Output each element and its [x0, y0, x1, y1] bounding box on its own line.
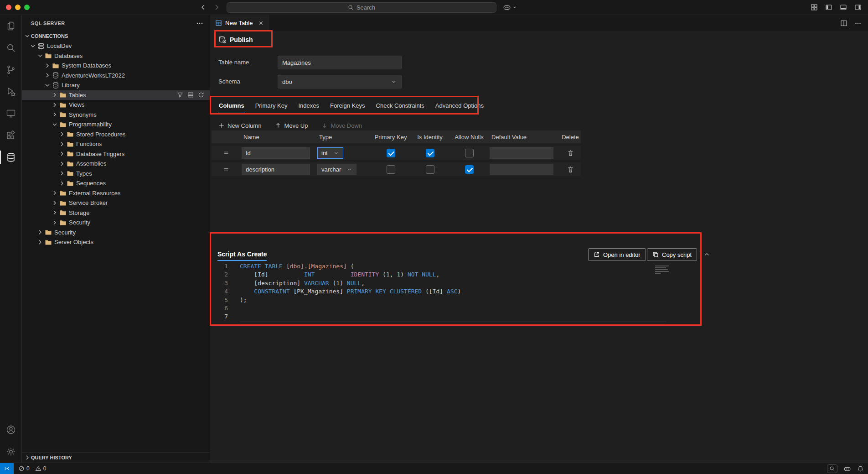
tree-item-security[interactable]: Security — [22, 228, 210, 238]
chevron-right-icon[interactable] — [58, 141, 66, 148]
tree-item-service-broker[interactable]: Service Broker — [22, 198, 210, 208]
allow-nulls-checkbox[interactable] — [465, 149, 474, 157]
notifications-bell-icon[interactable] — [857, 465, 864, 472]
default-value-input[interactable] — [490, 147, 553, 159]
chevron-down-icon[interactable] — [29, 42, 36, 50]
chevron-right-icon[interactable] — [44, 72, 51, 79]
refresh-icon[interactable] — [198, 92, 204, 98]
allow-nulls-checkbox[interactable] — [465, 165, 474, 174]
designer-icon[interactable] — [187, 92, 194, 98]
tree-item-views[interactable]: Views — [22, 100, 210, 110]
tree-item-types[interactable]: Types — [22, 169, 210, 179]
tree-item-system-databases[interactable]: System Databases — [22, 61, 210, 71]
chevron-right-icon[interactable] — [51, 209, 58, 216]
tree-item-sequences[interactable]: Sequences — [22, 178, 210, 188]
split-editor-icon[interactable] — [840, 20, 847, 27]
back-icon[interactable] — [200, 4, 207, 11]
tree-item-database-triggers[interactable]: Database Triggers — [22, 149, 210, 159]
chevron-right-icon[interactable] — [51, 91, 58, 99]
chevron-right-icon[interactable] — [51, 199, 58, 207]
chevron-right-icon[interactable] — [36, 229, 44, 236]
tree-item-storage[interactable]: Storage — [22, 208, 210, 218]
primary-key-checkbox[interactable] — [387, 165, 395, 174]
chevron-down-icon[interactable] — [51, 121, 58, 128]
publish-button[interactable]: Publish — [218, 36, 253, 44]
schema-select[interactable]: dbo — [278, 75, 402, 89]
designer-tab-primary-key[interactable]: Primary Key — [255, 98, 288, 114]
tree-item-adventureworkslt2022[interactable]: AdventureWorksLT2022 — [22, 71, 210, 81]
tree-item-security[interactable]: Security — [22, 218, 210, 228]
close-window-button[interactable] — [6, 5, 11, 10]
delete-column-icon[interactable] — [567, 166, 574, 173]
chevron-right-icon[interactable] — [58, 130, 66, 138]
query-history-section-header[interactable]: QUERY HISTORY — [22, 452, 210, 463]
move-down-button[interactable]: Move Down — [321, 122, 362, 129]
column-name-input[interactable]: description — [242, 164, 310, 175]
tab-new-table[interactable]: New Table — [211, 15, 269, 31]
chevron-right-icon[interactable] — [51, 101, 58, 109]
toggle-primary-sidebar-icon[interactable] — [825, 4, 832, 11]
chevron-right-icon[interactable] — [44, 62, 51, 69]
tree-item-functions[interactable]: Functions — [22, 139, 210, 149]
run-and-debug-icon[interactable] — [0, 81, 22, 103]
sql-server-icon[interactable] — [0, 146, 22, 168]
remote-indicator[interactable] — [0, 463, 14, 474]
filter-icon[interactable] — [177, 92, 183, 98]
tree-item-tables[interactable]: Tables — [22, 90, 210, 100]
more-actions-icon[interactable] — [854, 20, 862, 27]
minimize-window-button[interactable] — [15, 5, 21, 10]
tree-item-localdev[interactable]: LocalDev — [22, 41, 210, 51]
close-tab-icon[interactable] — [258, 20, 264, 26]
tree-item-external-resources[interactable]: External Resources — [22, 188, 210, 198]
chevron-right-icon[interactable] — [51, 111, 58, 118]
is-identity-checkbox[interactable] — [426, 165, 434, 174]
drag-handle-icon[interactable] — [223, 166, 229, 172]
more-actions-icon[interactable] — [196, 20, 203, 27]
customize-layout-icon[interactable] — [811, 4, 818, 11]
column-type-select[interactable]: int — [317, 147, 343, 159]
tree-item-server-objects[interactable]: Server Objects — [22, 237, 210, 247]
tree-item-stored-procedures[interactable]: Stored Procedures — [22, 130, 210, 140]
source-control-icon[interactable] — [0, 59, 22, 81]
copy-script-button[interactable]: Copy script — [647, 248, 697, 261]
forward-icon[interactable] — [213, 4, 220, 11]
designer-tab-advanced-options[interactable]: Advanced Options — [435, 98, 484, 114]
default-value-input[interactable] — [490, 164, 553, 175]
copilot-menu-button[interactable] — [503, 3, 517, 11]
chevron-right-icon[interactable] — [58, 160, 66, 167]
chevron-right-icon[interactable] — [58, 170, 66, 177]
tree-item-synonyms[interactable]: Synonyms — [22, 110, 210, 120]
designer-tab-indexes[interactable]: Indexes — [298, 98, 320, 114]
chevron-right-icon[interactable] — [51, 189, 58, 197]
problems-status[interactable]: 0 0 — [18, 465, 46, 472]
chevron-right-icon[interactable] — [51, 219, 58, 226]
primary-key-checkbox[interactable] — [387, 149, 395, 157]
chevron-right-icon[interactable] — [36, 239, 44, 246]
tree-item-assemblies[interactable]: Assemblies — [22, 159, 210, 169]
remote-explorer-icon[interactable] — [0, 103, 22, 125]
accounts-icon[interactable] — [0, 419, 22, 441]
tree-item-databases[interactable]: Databases — [22, 51, 210, 61]
command-center-search[interactable]: Search — [227, 2, 496, 13]
open-in-editor-button[interactable]: Open in editor — [588, 248, 646, 261]
chevron-right-icon[interactable] — [58, 180, 66, 187]
designer-tab-check-constraints[interactable]: Check Constraints — [376, 98, 425, 114]
designer-tab-foreign-keys[interactable]: Foreign Keys — [330, 98, 366, 114]
settings-gear-icon[interactable] — [0, 441, 22, 463]
new-column-button[interactable]: New Column — [218, 122, 261, 129]
column-name-input[interactable]: Id — [242, 147, 310, 159]
zoom-status-icon[interactable] — [827, 464, 837, 473]
table-name-input[interactable]: Magazines — [278, 56, 402, 69]
tree-item-library[interactable]: Library — [22, 80, 210, 90]
toggle-secondary-sidebar-icon[interactable] — [854, 4, 862, 11]
is-identity-checkbox[interactable] — [426, 149, 434, 157]
explorer-icon[interactable] — [0, 15, 22, 37]
search-icon[interactable] — [0, 37, 22, 59]
column-type-select[interactable]: varchar — [317, 164, 356, 175]
extensions-icon[interactable] — [0, 125, 22, 146]
zoom-window-button[interactable] — [24, 5, 30, 10]
script-as-create-tab[interactable]: Script As Create — [217, 248, 267, 261]
move-up-button[interactable]: Move Up — [275, 122, 308, 129]
delete-column-icon[interactable] — [567, 150, 574, 156]
connections-section-header[interactable]: CONNECTIONS — [22, 31, 210, 41]
